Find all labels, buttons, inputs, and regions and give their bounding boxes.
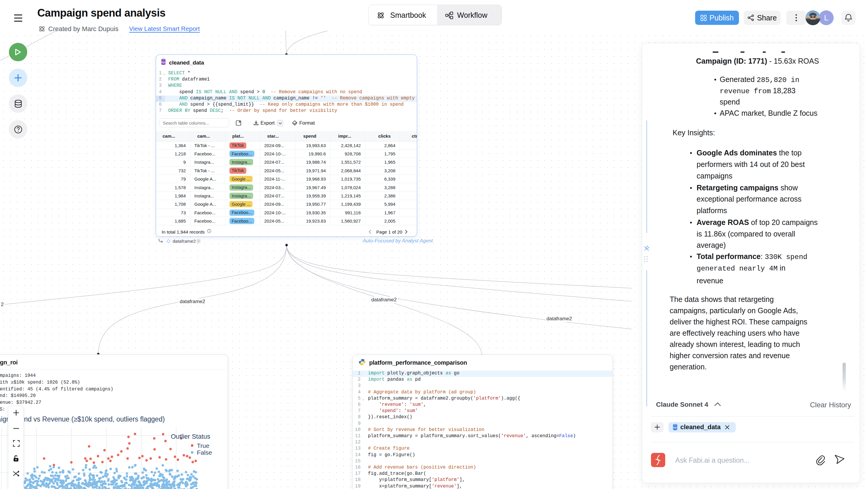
svg-text:False: False <box>197 449 212 456</box>
svg-text:Outlier Status: Outlier Status <box>171 433 210 440</box>
svg-text:True: True <box>197 442 209 449</box>
svg-text:SQL: SQL <box>673 427 677 429</box>
svg-text:SQL: SQL <box>161 61 165 64</box>
